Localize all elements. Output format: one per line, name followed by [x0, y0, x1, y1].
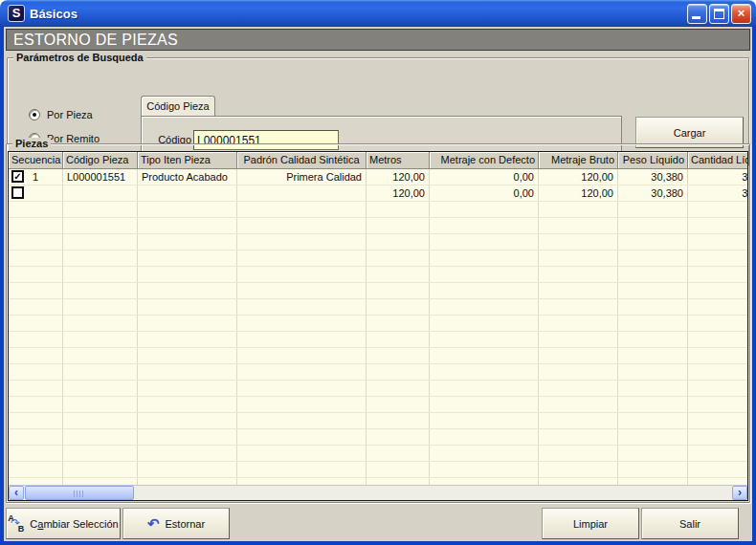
column-header-codigo-pieza[interactable]: Código Pieza [63, 152, 138, 169]
grid-empty-cell [63, 316, 138, 331]
grid-empty-cell [367, 364, 430, 380]
grid-header: Secuencia Código Pieza Tipo Iten Pieza P… [9, 152, 747, 169]
grid-empty-cell [237, 316, 367, 331]
grid-empty-cell [63, 478, 138, 485]
cell-cantidad-liquida: 30,380 [688, 185, 747, 201]
radio-por-pieza-circle-icon[interactable] [29, 109, 40, 120]
row-checkbox[interactable]: ✓ [11, 170, 24, 183]
grid-empty-cell [430, 462, 539, 477]
grid-empty-cell [618, 348, 688, 363]
grid-empty-cell [618, 381, 688, 396]
grid-empty-cell [9, 267, 63, 282]
grid-empty-cell [430, 202, 539, 217]
grid-empty-cell [430, 218, 539, 233]
column-header-metros[interactable]: Metros [367, 152, 430, 169]
grid-empty-cell [9, 446, 63, 461]
grid-empty-cell [367, 478, 430, 485]
estornar-button[interactable]: ↶ Estornar [122, 508, 230, 539]
grid-empty-cell [237, 267, 367, 282]
grid-empty-cell [430, 429, 539, 445]
tab-codigo-pieza[interactable]: Código Pieza [141, 96, 215, 117]
grid-empty-row [9, 251, 747, 267]
grid-empty-cell [138, 397, 237, 412]
grid-empty-row [9, 283, 747, 299]
salir-button[interactable]: Salir [641, 508, 739, 539]
scroll-right-icon[interactable]: › [732, 486, 747, 500]
grid-empty-row [9, 202, 747, 218]
grid-empty-cell [138, 364, 237, 380]
app-icon: S [8, 5, 25, 22]
window-frame: ESTORNO DE PIEZAS Parámetros de Busqueda… [0, 27, 756, 545]
grid-empty-cell [430, 267, 539, 282]
grid-empty-row [9, 348, 747, 364]
grid-empty-cell [430, 316, 539, 331]
page-title: ESTORNO DE PIEZAS [6, 29, 750, 51]
grid-empty-cell [539, 332, 618, 347]
grid-empty-cell [138, 413, 237, 428]
horizontal-scrollbar[interactable]: ‹ › [9, 485, 747, 500]
column-header-metraje-bruto[interactable]: Metraje Bruto [539, 152, 618, 169]
grid-empty-cell [618, 202, 688, 217]
column-header-peso-liquido[interactable]: Peso Líquido [618, 152, 688, 169]
table-row-totals[interactable]: 120,00 0,00 120,00 30,380 30,380 [9, 185, 747, 202]
row-checkbox[interactable] [11, 186, 24, 199]
grid-empty-cell [618, 267, 688, 282]
grid-empty-cell [430, 251, 539, 266]
radio-por-pieza[interactable]: Por Pieza [29, 109, 93, 120]
cambiar-seleccion-button[interactable]: A ↷ B Cambiar Selección [6, 508, 121, 539]
grid-empty-cell [539, 478, 618, 485]
grid-empty-cell [9, 316, 63, 331]
grid-empty-cell [138, 283, 237, 298]
grid-empty-cell [618, 478, 688, 485]
grid-empty-cell [138, 202, 237, 217]
grid-empty-cell [539, 316, 618, 331]
grid-empty-cell [237, 202, 367, 217]
search-params-legend: Parámetros de Busqueda [13, 52, 146, 64]
column-header-tipo-iten-pieza[interactable]: Tipo Iten Pieza [138, 152, 237, 169]
grid-empty-cell [237, 462, 367, 477]
swap-ab-icon: A ↷ B [8, 514, 24, 533]
grid-empty-cell [367, 299, 430, 315]
grid-empty-cell [237, 251, 367, 266]
grid-empty-cell [9, 381, 63, 396]
grid-empty-cell [688, 413, 747, 428]
grid-empty-cell [367, 218, 430, 233]
table-row[interactable]: ✓ 1 L000001551 Producto Acabado Primera … [9, 169, 747, 185]
grid-empty-cell [539, 446, 618, 461]
cell-metraje-bruto: 120,00 [539, 185, 618, 201]
grid-body: ✓ 1 L000001551 Producto Acabado Primera … [9, 169, 747, 485]
grid-empty-row [9, 299, 747, 316]
titlebar[interactable]: S Básicos × [0, 0, 756, 27]
column-header-metraje-con-defecto[interactable]: Metraje con Defecto [430, 152, 539, 169]
maximize-button[interactable] [709, 4, 729, 24]
grid-empty-row [9, 413, 747, 429]
grid-empty-cell [237, 299, 367, 315]
scrollbar-thumb[interactable] [25, 486, 134, 500]
cell-tipo-iten-pieza [138, 185, 237, 201]
grid-empty-cell [430, 364, 539, 380]
minimize-button[interactable] [687, 4, 707, 24]
column-header-secuencia[interactable]: Secuencia [9, 152, 63, 169]
grid-empty-cell [9, 234, 63, 250]
grid-empty-cell [63, 267, 138, 282]
radio-por-pieza-label: Por Pieza [47, 109, 93, 120]
grid-empty-cell [688, 316, 747, 331]
cell-secuencia-value: 1 [33, 171, 38, 183]
grid-empty-row [9, 218, 747, 234]
limpiar-button[interactable]: Limpiar [542, 508, 639, 539]
column-header-cantidad-liquida[interactable]: Cantidad Líquida [688, 152, 748, 169]
close-button[interactable]: × [731, 4, 751, 24]
grid-empty-cell [367, 234, 430, 250]
grid-empty-cell [63, 251, 138, 266]
grid-empty-cell [63, 348, 138, 363]
column-header-padron-calidad[interactable]: Padrón Calidad Sintética [237, 152, 367, 169]
cell-secuencia: ✓ 1 [9, 169, 63, 185]
grid-empty-cell [237, 413, 367, 428]
grid-empty-cell [367, 397, 430, 412]
grid-empty-cell [688, 478, 747, 485]
scroll-left-icon[interactable]: ‹ [9, 486, 24, 500]
grid-empty-cell [9, 299, 63, 315]
grid-empty-cell [138, 299, 237, 315]
cell-metros: 120,00 [367, 169, 430, 185]
grid-empty-cell [430, 348, 539, 363]
